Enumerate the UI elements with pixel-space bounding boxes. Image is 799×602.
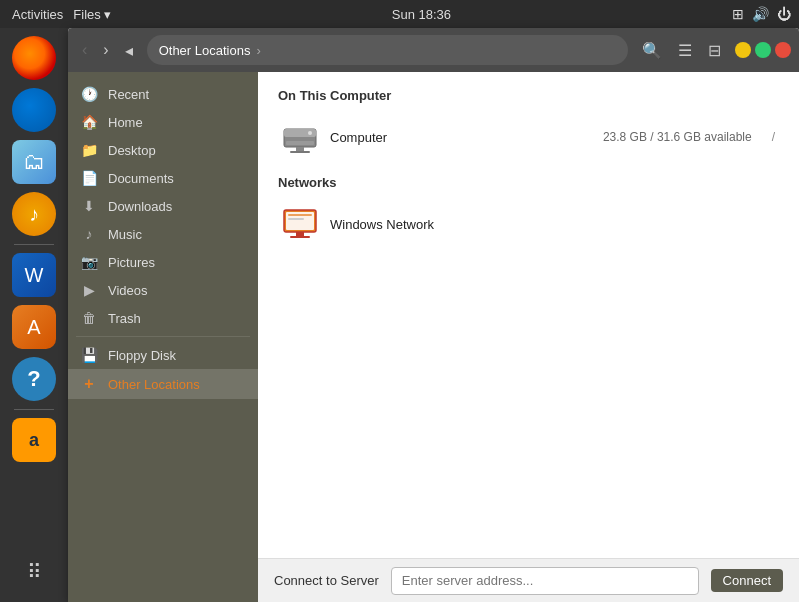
dock-item-libreoffice[interactable]: W — [10, 251, 58, 299]
sidebar-item-label-documents: Documents — [108, 171, 174, 186]
svg-rect-8 — [296, 232, 304, 236]
thunderbird-icon — [12, 88, 56, 132]
section-computer-title: On This Computer — [278, 88, 779, 103]
dock-item-thunderbird[interactable] — [10, 86, 58, 134]
sidebar-item-trash[interactable]: 🗑 Trash — [68, 304, 258, 332]
svg-point-2 — [308, 131, 312, 135]
sidebar-item-label-other: Other Locations — [108, 377, 200, 392]
sidebar-item-home[interactable]: 🏠 Home — [68, 108, 258, 136]
main-panel: On This Computer Computer 23.8 G — [258, 72, 799, 602]
sidebar-item-floppy[interactable]: 💾 Floppy Disk — [68, 341, 258, 369]
network-tray-icon[interactable]: ⊞ — [732, 6, 744, 22]
svg-rect-5 — [290, 151, 310, 153]
close-button[interactable] — [775, 42, 791, 58]
sidebar-item-desktop[interactable]: 📁 Desktop — [68, 136, 258, 164]
computer-disk-info: 23.8 GB / 31.6 GB available — [603, 130, 752, 144]
connect-button[interactable]: Connect — [711, 569, 783, 592]
dock-item-grid[interactable]: ⠿ — [10, 548, 58, 596]
rhythmbox-icon: ♪ — [12, 192, 56, 236]
main-content: On This Computer Computer 23.8 G — [258, 72, 799, 558]
computer-entry[interactable]: Computer 23.8 GB / 31.6 GB available / — [278, 111, 779, 163]
volume-tray-icon[interactable]: 🔊 — [752, 6, 769, 22]
svg-rect-4 — [296, 147, 304, 151]
other-locations-icon: + — [80, 375, 98, 393]
up-button[interactable]: ◂ — [119, 37, 139, 64]
computer-name: Computer — [330, 130, 591, 145]
sidebar-divider — [76, 336, 250, 337]
dock-item-firefox[interactable] — [10, 34, 58, 82]
windows-network-icon — [282, 206, 318, 242]
sidebar-item-label-pictures: Pictures — [108, 255, 155, 270]
libreoffice-icon: W — [12, 253, 56, 297]
connect-to-server-label: Connect to Server — [274, 573, 379, 588]
back-button[interactable]: ‹ — [76, 37, 93, 63]
music-icon: ♪ — [80, 226, 98, 242]
power-tray-icon[interactable]: ⏻ — [777, 6, 791, 22]
sidebar-item-label-recent: Recent — [108, 87, 149, 102]
toolbar-actions: 🔍 ☰ ⊟ — [636, 37, 727, 64]
location-bar[interactable]: Other Locations › — [147, 35, 628, 65]
dock-item-files[interactable]: 🗂 — [10, 138, 58, 186]
dock-item-amazon[interactable]: a — [10, 416, 58, 464]
location-arrow-icon: › — [256, 43, 260, 58]
dock-divider-2 — [14, 409, 54, 410]
sidebar-item-other-locations[interactable]: + Other Locations — [68, 369, 258, 399]
windows-network-entry[interactable]: Windows Network — [278, 198, 779, 250]
computer-mount-point: / — [772, 130, 775, 144]
activities-button[interactable]: Activities — [8, 7, 67, 22]
sidebar-item-label-floppy: Floppy Disk — [108, 348, 176, 363]
downloads-icon: ⬇ — [80, 198, 98, 214]
sidebar-item-label-downloads: Downloads — [108, 199, 172, 214]
sidebar-item-recent[interactable]: 🕐 Recent — [68, 80, 258, 108]
pictures-icon: 📷 — [80, 254, 98, 270]
dock: 🗂 ♪ W A ? a ⠿ — [0, 28, 68, 602]
window-toolbar: ‹ › ◂ Other Locations › 🔍 ☰ ⊟ — [68, 28, 799, 72]
sidebar-item-label-music: Music — [108, 227, 142, 242]
svg-rect-3 — [286, 141, 314, 145]
window-controls — [735, 42, 791, 58]
view-list-button[interactable]: ☰ — [672, 37, 698, 64]
sidebar-item-label-videos: Videos — [108, 283, 148, 298]
clock: Sun 18:36 — [392, 7, 451, 22]
firefox-icon — [12, 36, 56, 80]
svg-rect-9 — [290, 236, 310, 238]
sidebar-item-music[interactable]: ♪ Music — [68, 220, 258, 248]
desktop-icon: 📁 — [80, 142, 98, 158]
view-menu-button[interactable]: ⊟ — [702, 37, 727, 64]
sidebar-item-label-home: Home — [108, 115, 143, 130]
files-window: ‹ › ◂ Other Locations › 🔍 ☰ ⊟ 🕐 Recent 🏠 — [68, 28, 799, 602]
dock-item-help[interactable]: ? — [10, 355, 58, 403]
dock-item-appstore[interactable]: A — [10, 303, 58, 351]
sidebar-item-label-desktop: Desktop — [108, 143, 156, 158]
forward-button[interactable]: › — [97, 37, 114, 63]
topbar: Activities Files ▾ Sun 18:36 ⊞ 🔊 ⏻ — [0, 0, 799, 28]
sidebar-item-downloads[interactable]: ⬇ Downloads — [68, 192, 258, 220]
appstore-icon: A — [12, 305, 56, 349]
dock-item-rhythmbox[interactable]: ♪ — [10, 190, 58, 238]
videos-icon: ▶ — [80, 282, 98, 298]
svg-rect-11 — [288, 218, 304, 220]
bottom-bar: Connect to Server Connect — [258, 558, 799, 602]
sidebar-item-pictures[interactable]: 📷 Pictures — [68, 248, 258, 276]
computer-drive-icon — [282, 119, 318, 155]
files-label: Files — [73, 7, 100, 22]
svg-rect-10 — [288, 214, 312, 216]
content-area: 🕐 Recent 🏠 Home 📁 Desktop 📄 Documents ⬇ … — [68, 72, 799, 602]
section-network-title: Networks — [278, 175, 779, 190]
files-menu-button[interactable]: Files ▾ — [73, 7, 110, 22]
dock-divider — [14, 244, 54, 245]
server-address-input[interactable] — [391, 567, 699, 595]
floppy-icon: 💾 — [80, 347, 98, 363]
grid-icon: ⠿ — [12, 550, 56, 594]
home-icon: 🏠 — [80, 114, 98, 130]
maximize-button[interactable] — [755, 42, 771, 58]
recent-icon: 🕐 — [80, 86, 98, 102]
sidebar-item-documents[interactable]: 📄 Documents — [68, 164, 258, 192]
minimize-button[interactable] — [735, 42, 751, 58]
sidebar-item-videos[interactable]: ▶ Videos — [68, 276, 258, 304]
trash-icon: 🗑 — [80, 310, 98, 326]
sidebar-item-label-trash: Trash — [108, 311, 141, 326]
search-button[interactable]: 🔍 — [636, 37, 668, 64]
location-text: Other Locations — [159, 43, 251, 58]
documents-icon: 📄 — [80, 170, 98, 186]
